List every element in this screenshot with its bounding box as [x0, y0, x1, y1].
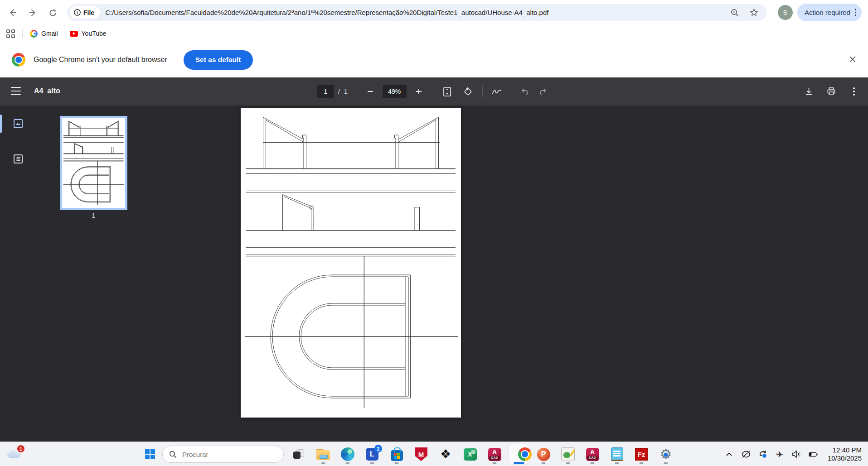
windows-taskbar: 1 L 2 [0, 442, 868, 466]
settings-gear-icon: ⚙ [660, 447, 672, 461]
image-viewer-icon [561, 447, 575, 461]
battery-saver-icon[interactable] [808, 449, 818, 459]
taskbar-app-mcafee[interactable]: M [412, 443, 430, 465]
pdf-viewer-toolbar: A4_alto 1 / 1 49% [0, 77, 868, 106]
autocad-icon: ACAD [586, 448, 599, 461]
widgets-button[interactable]: 1 [5, 445, 25, 463]
airplane-mode-icon[interactable]: ✈ [775, 449, 785, 459]
taskbar-search[interactable] [162, 446, 284, 463]
taskbar-app-edge[interactable] [339, 443, 356, 465]
chrome-logo-icon [12, 53, 25, 67]
sync-status-icon[interactable] [758, 449, 768, 459]
info-icon [74, 9, 81, 16]
taskbar-clock[interactable]: 12:40 PM 10/30/2025 [828, 446, 862, 462]
thumbnail-page-number: 1 [60, 212, 127, 219]
autocad-icon: ACAD [488, 448, 501, 461]
thumbnails-tab[interactable] [13, 118, 24, 129]
download-button[interactable] [803, 86, 815, 97]
filezilla-icon: Fz [635, 448, 648, 461]
pdf-more-menu[interactable] [848, 86, 860, 97]
taskbar-app-filezilla[interactable]: Fz [633, 443, 650, 465]
bookmarks-bar: Gmail YouTube [0, 25, 868, 43]
reload-button[interactable] [45, 5, 60, 20]
lists-notification-badge: 2 [374, 445, 382, 452]
taskbar-app-autocad[interactable]: ACAD [486, 443, 503, 465]
mcafee-icon: M [415, 447, 427, 461]
page-thumbnail[interactable] [60, 116, 127, 210]
profile-avatar[interactable]: S [778, 5, 793, 20]
excel-icon: X [464, 448, 477, 461]
thumbnail-drawing [62, 118, 125, 208]
file-explorer-icon [316, 449, 330, 460]
file-chip-label: File [83, 9, 94, 16]
touchpad-off-icon[interactable] [741, 449, 751, 459]
start-button[interactable] [141, 445, 159, 463]
tray-chevron-up-icon[interactable] [724, 449, 734, 459]
default-browser-banner: Google Chrome isn't your default browser… [0, 42, 868, 77]
taskbar-app-irfanview[interactable] [559, 443, 577, 465]
outline-tab[interactable] [13, 154, 24, 164]
url-text[interactable]: C:/Users/sofia/Documents/Faculdade%20de%… [105, 9, 730, 16]
gmail-icon [30, 30, 38, 38]
taskbar-app-chrome[interactable] [510, 443, 528, 465]
taskbar-app-notepad[interactable] [608, 443, 626, 465]
taskbar-app-autocad-2[interactable]: ACAD [584, 443, 601, 465]
weather-cloud-icon [7, 452, 21, 458]
redo-button[interactable] [537, 86, 548, 97]
edge-icon [341, 447, 354, 461]
browser-menu-action-required[interactable]: Action required [797, 4, 862, 21]
address-bar[interactable]: File C:/Users/sofia/Documents/Faculdade%… [67, 4, 767, 21]
active-tab-indicator [0, 115, 2, 133]
banner-close-icon[interactable] [846, 53, 859, 66]
volume-icon[interactable] [791, 449, 801, 459]
ms-store-icon [391, 450, 403, 461]
pdf-viewer: 1 [0, 106, 868, 442]
page-separator: / [338, 88, 340, 95]
page-count: 1 [344, 88, 348, 95]
uhouse-architectural-drawing [241, 108, 461, 418]
taskbar-app-file-explorer[interactable] [315, 443, 332, 465]
taskbar-app-lists[interactable]: L 2 [364, 443, 381, 465]
youtube-icon [70, 31, 78, 37]
taskbar-app-excel[interactable]: X [461, 443, 479, 465]
set-as-default-button[interactable]: Set as default [184, 50, 253, 70]
undo-button[interactable] [519, 86, 531, 97]
zoom-page-icon[interactable] [730, 8, 739, 17]
taskbar-app-dropbox[interactable]: ❖ [437, 443, 454, 465]
pdf-page [241, 108, 461, 418]
zoom-level-input[interactable]: 49% [383, 85, 407, 98]
menu-hamburger-icon[interactable] [11, 87, 21, 95]
document-title: A4_alto [34, 87, 60, 95]
taskbar-app-powerpoint[interactable]: P [535, 443, 552, 465]
bookmark-youtube[interactable]: YouTube [70, 30, 107, 37]
print-button[interactable] [825, 86, 837, 97]
file-scheme-chip[interactable]: File [70, 6, 100, 19]
taskbar-app-ms-store[interactable] [388, 443, 405, 465]
notepad-icon [611, 447, 623, 461]
zoom-out-button[interactable] [364, 86, 376, 97]
clock-time: 12:40 PM [828, 446, 862, 454]
fit-to-page-button[interactable] [441, 86, 453, 97]
page-number-input[interactable]: 1 [317, 85, 334, 98]
back-button[interactable] [5, 5, 20, 20]
search-input[interactable] [181, 450, 274, 459]
kebab-menu-icon [855, 9, 857, 16]
bookmarks-divider [22, 29, 23, 38]
bookmark-star-icon[interactable] [749, 8, 759, 17]
outline-icon [13, 154, 23, 164]
sidebar-icon-strip [0, 106, 30, 442]
sidebar-divider [168, 106, 168, 442]
bookmark-gmail[interactable]: Gmail [30, 30, 58, 38]
widgets-notification-badge: 1 [17, 445, 24, 452]
apps-grid-icon[interactable] [6, 29, 15, 38]
forward-button[interactable] [25, 5, 40, 20]
taskbar-app-settings[interactable]: ⚙ [657, 443, 674, 465]
clock-date: 10/30/2025 [828, 454, 862, 462]
zoom-in-button[interactable] [413, 86, 425, 97]
screen: File C:/Users/sofia/Documents/Faculdade%… [0, 0, 868, 466]
powerpoint-icon: P [537, 448, 550, 461]
rotate-button[interactable] [462, 86, 474, 97]
task-view-button[interactable] [290, 445, 307, 463]
banner-message: Google Chrome isn't your default browser [34, 56, 167, 64]
annotate-pen-button[interactable] [491, 86, 503, 97]
